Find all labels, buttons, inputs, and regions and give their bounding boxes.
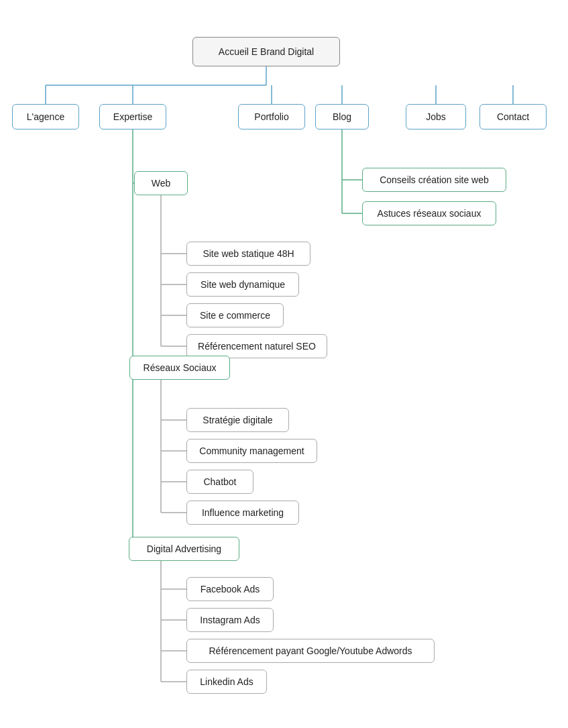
node-site-statique[interactable]: Site web statique 48H [186,242,310,266]
node-chatbot[interactable]: Chatbot [186,470,253,494]
node-influence[interactable]: Influence marketing [186,501,299,525]
node-agence[interactable]: L'agence [12,104,79,129]
node-linkedin[interactable]: Linkedin Ads [186,670,267,694]
node-portfolio[interactable]: Portfolio [238,104,305,129]
node-strategie[interactable]: Stratégie digitale [186,408,289,432]
node-conseils[interactable]: Conseils création site web [362,168,506,192]
node-digital-adv[interactable]: Digital Advertising [129,537,239,561]
node-blog[interactable]: Blog [315,104,369,129]
node-root[interactable]: Accueil E Brand Digital [192,37,340,66]
node-web[interactable]: Web [134,171,188,195]
node-expertise[interactable]: Expertise [99,104,166,129]
node-contact[interactable]: Contact [479,104,547,129]
node-jobs[interactable]: Jobs [406,104,466,129]
sitemap-diagram: Accueil E Brand Digital L'agence Experti… [0,0,568,40]
node-site-ecommerce[interactable]: Site e commerce [186,303,284,327]
node-instagram[interactable]: Instagram Ads [186,608,274,632]
node-google[interactable]: Référencement payant Google/Youtube Adwo… [186,639,435,663]
node-referencement-nat[interactable]: Référencement naturel SEO [186,334,327,358]
node-astuces[interactable]: Astuces réseaux sociaux [362,201,496,225]
node-community[interactable]: Community management [186,439,317,463]
node-facebook[interactable]: Facebook Ads [186,577,274,601]
node-reseaux[interactable]: Réseaux Sociaux [129,356,230,380]
node-site-dynamique[interactable]: Site web dynamique [186,272,299,297]
